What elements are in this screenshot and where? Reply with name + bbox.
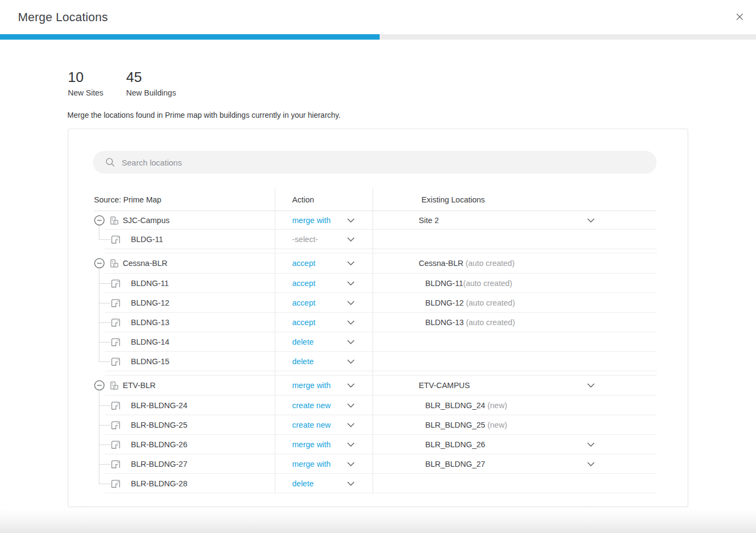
- site-row: SJC-Campus merge with Site 2: [94, 211, 657, 230]
- existing-name: BLDNG-11: [425, 279, 463, 288]
- action-dropdown[interactable]: delete: [275, 352, 373, 371]
- existing-location-cell: BLR_BLDNG_24 (new): [373, 396, 657, 415]
- existing-note: (auto created): [463, 259, 514, 268]
- location-group: Cessna-BLR accept Cessna-BLR (auto creat…: [94, 253, 657, 371]
- existing-location-cell: BLDNG-11(auto created): [373, 274, 657, 293]
- action-value: delete: [292, 338, 314, 346]
- chevron-down-icon: [347, 359, 355, 364]
- building-row: BLR-BLDNG-27 merge with BLR_BLDNG_27: [94, 454, 657, 474]
- existing-name: Site 2: [419, 216, 439, 225]
- existing-note: (auto created): [463, 279, 512, 288]
- building-row: BLDG-11 -select-: [94, 230, 657, 249]
- chevron-down-icon: [347, 423, 355, 427]
- action-dropdown[interactable]: accept: [275, 253, 373, 274]
- existing-note: (new): [485, 401, 507, 410]
- action-dropdown[interactable]: merge with: [275, 375, 373, 396]
- table-body: SJC-Campus merge with Site 2: [94, 211, 657, 493]
- existing-location-cell[interactable]: Site 2: [373, 211, 657, 230]
- stat-value: 10: [68, 69, 103, 85]
- dialog-header: Merge Locations: [0, 0, 756, 34]
- building-row: BLDNG-13 accept BLDNG-13 (auto created): [94, 313, 657, 332]
- column-header-action: Action: [275, 195, 373, 204]
- building-cell: BLDNG-11: [94, 274, 275, 293]
- existing-location-cell: [373, 230, 657, 249]
- merge-table: Source: Prime Map Action Existing Locati…: [94, 188, 657, 493]
- building-row: BLR-BLDNG-26 merge with BLR_BLDNG_26: [94, 435, 657, 454]
- building-row: BLDNG-14 delete: [94, 332, 657, 352]
- action-dropdown[interactable]: accept: [275, 293, 373, 313]
- building-icon: [111, 318, 121, 327]
- building-cell: BLDNG-13: [94, 313, 275, 332]
- site-cell: SJC-Campus: [94, 211, 275, 230]
- action-value: create new: [292, 421, 331, 429]
- table-header-row: Source: Prime Map Action Existing Locati…: [94, 188, 657, 211]
- existing-location-cell: BLDNG-12 (auto created): [373, 293, 657, 313]
- building-icon: [111, 460, 121, 468]
- site-name: SJC-Campus: [123, 216, 169, 225]
- action-dropdown[interactable]: merge with: [275, 211, 373, 230]
- existing-location-cell: BLR_BLDNG_25 (new): [373, 415, 657, 435]
- dialog-footer: [0, 508, 756, 533]
- chevron-down-icon: [347, 481, 355, 486]
- existing-location-cell: Cessna-BLR (auto created): [373, 253, 657, 274]
- chevron-down-icon: [347, 218, 355, 223]
- building-row: BLR-BLDNG-28 delete: [94, 474, 657, 493]
- existing-name: BLR_BLDNG_27: [425, 460, 485, 468]
- stat-new-sites: 10 New Sites: [68, 69, 103, 97]
- location-group: ETV-BLR merge with ETV-CAMPUS: [94, 375, 657, 493]
- existing-location-cell: [373, 332, 657, 352]
- existing-note: (new): [485, 421, 507, 429]
- campus-icon: [109, 381, 119, 390]
- building-cell: BLDNG-14: [94, 332, 275, 352]
- building-cell: BLR-BLDNG-27: [94, 454, 275, 474]
- building-name: BLDNG-14: [131, 338, 169, 346]
- search-input[interactable]: [121, 157, 612, 168]
- building-name: BLDG-11: [131, 235, 163, 244]
- building-row: BLR-BLDNG-24 create new BLR_BLDNG_24 (ne…: [94, 396, 657, 415]
- search-icon: [105, 157, 115, 167]
- collapse-toggle-icon[interactable]: [94, 258, 105, 269]
- collapse-toggle-icon[interactable]: [94, 215, 105, 226]
- action-value: accept: [292, 299, 316, 307]
- existing-name: BLR_BLDNG_25: [425, 421, 485, 429]
- search-bar[interactable]: [93, 151, 657, 174]
- action-dropdown[interactable]: accept: [275, 274, 373, 293]
- action-value: delete: [292, 357, 314, 366]
- existing-name: ETV-CAMPUS: [419, 381, 470, 390]
- building-icon: [111, 338, 121, 346]
- chevron-down-icon: [347, 383, 355, 388]
- collapse-toggle-icon[interactable]: [94, 380, 105, 391]
- close-button[interactable]: [732, 10, 747, 25]
- action-dropdown[interactable]: merge with: [275, 454, 373, 474]
- merge-table-card: Source: Prime Map Action Existing Locati…: [68, 129, 688, 507]
- existing-name: BLDNG-13: [425, 318, 464, 327]
- campus-icon: [109, 259, 119, 268]
- action-dropdown[interactable]: create new: [275, 415, 373, 435]
- action-dropdown[interactable]: -select-: [275, 230, 373, 249]
- action-dropdown[interactable]: delete: [275, 474, 373, 493]
- chevron-down-icon: [587, 383, 595, 388]
- chevron-down-icon: [347, 340, 355, 344]
- building-cell: BLR-BLDNG-28: [94, 474, 275, 493]
- existing-location-cell[interactable]: BLR_BLDNG_26: [373, 435, 657, 454]
- site-name: Cessna-BLR: [123, 259, 167, 268]
- building-cell: BLR-BLDNG-25: [94, 415, 275, 435]
- building-icon: [111, 421, 121, 429]
- action-dropdown[interactable]: create new: [275, 396, 373, 415]
- action-dropdown[interactable]: accept: [275, 313, 373, 332]
- building-icon: [111, 401, 121, 410]
- action-value: create new: [292, 401, 331, 410]
- stat-label: New Sites: [68, 88, 103, 97]
- progress-bar: [0, 34, 756, 40]
- action-dropdown[interactable]: delete: [275, 332, 373, 352]
- building-name: BLDNG-12: [131, 299, 169, 307]
- building-icon: [111, 279, 121, 288]
- existing-location-cell[interactable]: BLR_BLDNG_27: [373, 454, 657, 474]
- chevron-down-icon: [587, 218, 595, 223]
- stat-value: 45: [126, 69, 176, 85]
- chevron-down-icon: [347, 403, 355, 408]
- action-dropdown[interactable]: merge with: [275, 435, 373, 454]
- existing-location-cell[interactable]: ETV-CAMPUS: [373, 375, 657, 396]
- existing-location-cell: BLDNG-13 (auto created): [373, 313, 657, 332]
- stat-new-buildings: 45 New Buildings: [126, 69, 176, 97]
